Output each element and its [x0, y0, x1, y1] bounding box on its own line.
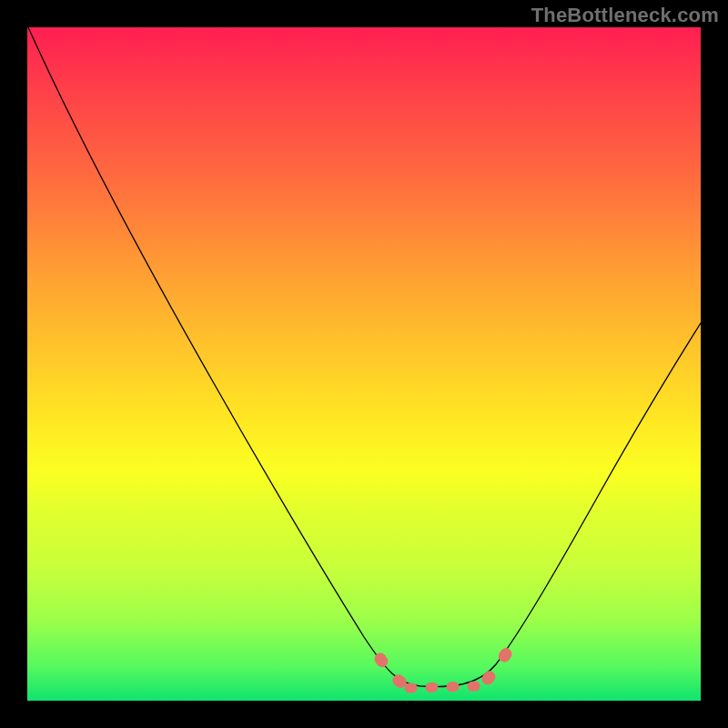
watermark-text: TheBottleneck.com [531, 4, 719, 27]
chart-svg [27, 27, 701, 701]
chart-container: TheBottleneck.com [0, 0, 728, 728]
highlight-left-rise [380, 659, 404, 684]
bottleneck-curve [28, 27, 701, 687]
plot-area [27, 27, 701, 701]
highlight-right-rise [488, 642, 513, 679]
